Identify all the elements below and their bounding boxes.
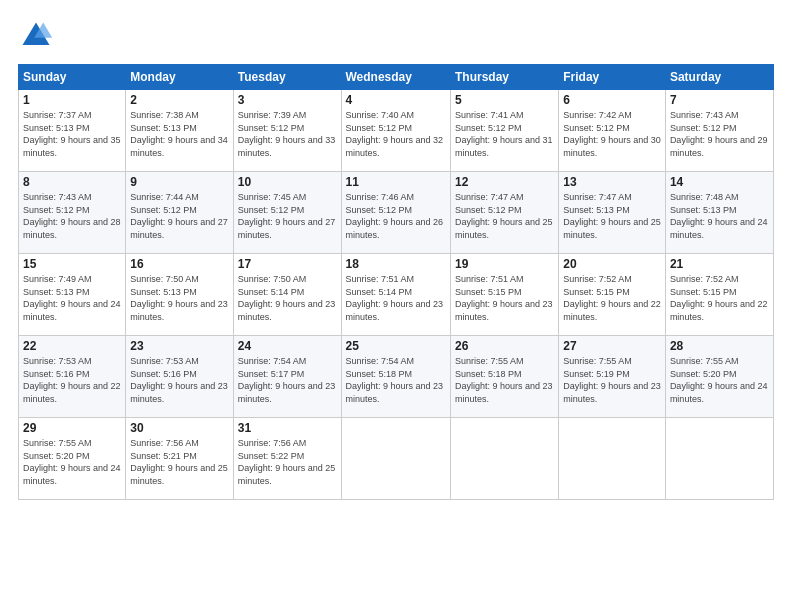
calendar-cell: 11 Sunrise: 7:46 AMSunset: 5:12 PMDaylig… — [341, 172, 450, 254]
day-number: 22 — [23, 339, 121, 353]
calendar-cell: 3 Sunrise: 7:39 AMSunset: 5:12 PMDayligh… — [233, 90, 341, 172]
calendar-cell: 14 Sunrise: 7:48 AMSunset: 5:13 PMDaylig… — [665, 172, 773, 254]
header — [18, 18, 774, 54]
day-info: Sunrise: 7:39 AMSunset: 5:12 PMDaylight:… — [238, 110, 336, 158]
day-number: 25 — [346, 339, 446, 353]
header-day-wednesday: Wednesday — [341, 65, 450, 90]
day-number: 29 — [23, 421, 121, 435]
calendar-cell: 9 Sunrise: 7:44 AMSunset: 5:12 PMDayligh… — [126, 172, 233, 254]
day-number: 14 — [670, 175, 769, 189]
header-row: SundayMondayTuesdayWednesdayThursdayFrid… — [19, 65, 774, 90]
calendar-cell: 15 Sunrise: 7:49 AMSunset: 5:13 PMDaylig… — [19, 254, 126, 336]
day-number: 10 — [238, 175, 337, 189]
header-day-monday: Monday — [126, 65, 233, 90]
day-info: Sunrise: 7:37 AMSunset: 5:13 PMDaylight:… — [23, 110, 121, 158]
day-info: Sunrise: 7:51 AMSunset: 5:15 PMDaylight:… — [455, 274, 553, 322]
day-number: 6 — [563, 93, 661, 107]
calendar-cell: 12 Sunrise: 7:47 AMSunset: 5:12 PMDaylig… — [450, 172, 558, 254]
day-info: Sunrise: 7:41 AMSunset: 5:12 PMDaylight:… — [455, 110, 553, 158]
day-number: 18 — [346, 257, 446, 271]
header-day-thursday: Thursday — [450, 65, 558, 90]
day-number: 5 — [455, 93, 554, 107]
day-number: 12 — [455, 175, 554, 189]
day-number: 23 — [130, 339, 228, 353]
day-info: Sunrise: 7:50 AMSunset: 5:14 PMDaylight:… — [238, 274, 336, 322]
calendar-cell: 5 Sunrise: 7:41 AMSunset: 5:12 PMDayligh… — [450, 90, 558, 172]
day-number: 11 — [346, 175, 446, 189]
day-number: 28 — [670, 339, 769, 353]
calendar-cell: 23 Sunrise: 7:53 AMSunset: 5:16 PMDaylig… — [126, 336, 233, 418]
day-number: 24 — [238, 339, 337, 353]
day-info: Sunrise: 7:52 AMSunset: 5:15 PMDaylight:… — [563, 274, 661, 322]
day-info: Sunrise: 7:43 AMSunset: 5:12 PMDaylight:… — [670, 110, 768, 158]
calendar-cell — [665, 418, 773, 500]
calendar-week-0: 1 Sunrise: 7:37 AMSunset: 5:13 PMDayligh… — [19, 90, 774, 172]
calendar-cell — [559, 418, 666, 500]
calendar-cell: 30 Sunrise: 7:56 AMSunset: 5:21 PMDaylig… — [126, 418, 233, 500]
calendar-cell: 18 Sunrise: 7:51 AMSunset: 5:14 PMDaylig… — [341, 254, 450, 336]
day-info: Sunrise: 7:50 AMSunset: 5:13 PMDaylight:… — [130, 274, 228, 322]
calendar-cell: 24 Sunrise: 7:54 AMSunset: 5:17 PMDaylig… — [233, 336, 341, 418]
day-number: 21 — [670, 257, 769, 271]
day-info: Sunrise: 7:49 AMSunset: 5:13 PMDaylight:… — [23, 274, 121, 322]
day-info: Sunrise: 7:55 AMSunset: 5:20 PMDaylight:… — [670, 356, 768, 404]
calendar-cell: 7 Sunrise: 7:43 AMSunset: 5:12 PMDayligh… — [665, 90, 773, 172]
calendar-week-3: 22 Sunrise: 7:53 AMSunset: 5:16 PMDaylig… — [19, 336, 774, 418]
calendar-cell: 26 Sunrise: 7:55 AMSunset: 5:18 PMDaylig… — [450, 336, 558, 418]
day-number: 13 — [563, 175, 661, 189]
calendar-cell: 1 Sunrise: 7:37 AMSunset: 5:13 PMDayligh… — [19, 90, 126, 172]
day-number: 4 — [346, 93, 446, 107]
day-number: 16 — [130, 257, 228, 271]
day-info: Sunrise: 7:55 AMSunset: 5:19 PMDaylight:… — [563, 356, 661, 404]
day-info: Sunrise: 7:47 AMSunset: 5:12 PMDaylight:… — [455, 192, 553, 240]
calendar-cell: 28 Sunrise: 7:55 AMSunset: 5:20 PMDaylig… — [665, 336, 773, 418]
header-day-saturday: Saturday — [665, 65, 773, 90]
calendar-cell — [341, 418, 450, 500]
day-number: 9 — [130, 175, 228, 189]
day-number: 20 — [563, 257, 661, 271]
calendar-cell — [450, 418, 558, 500]
day-info: Sunrise: 7:40 AMSunset: 5:12 PMDaylight:… — [346, 110, 444, 158]
day-info: Sunrise: 7:55 AMSunset: 5:18 PMDaylight:… — [455, 356, 553, 404]
calendar-cell: 16 Sunrise: 7:50 AMSunset: 5:13 PMDaylig… — [126, 254, 233, 336]
day-info: Sunrise: 7:55 AMSunset: 5:20 PMDaylight:… — [23, 438, 121, 486]
day-info: Sunrise: 7:54 AMSunset: 5:18 PMDaylight:… — [346, 356, 444, 404]
day-number: 7 — [670, 93, 769, 107]
day-number: 31 — [238, 421, 337, 435]
logo-icon — [18, 18, 54, 54]
calendar-cell: 21 Sunrise: 7:52 AMSunset: 5:15 PMDaylig… — [665, 254, 773, 336]
calendar-cell: 10 Sunrise: 7:45 AMSunset: 5:12 PMDaylig… — [233, 172, 341, 254]
day-info: Sunrise: 7:52 AMSunset: 5:15 PMDaylight:… — [670, 274, 768, 322]
day-number: 8 — [23, 175, 121, 189]
day-number: 27 — [563, 339, 661, 353]
day-info: Sunrise: 7:44 AMSunset: 5:12 PMDaylight:… — [130, 192, 228, 240]
day-number: 19 — [455, 257, 554, 271]
calendar-week-4: 29 Sunrise: 7:55 AMSunset: 5:20 PMDaylig… — [19, 418, 774, 500]
calendar-cell: 13 Sunrise: 7:47 AMSunset: 5:13 PMDaylig… — [559, 172, 666, 254]
day-number: 26 — [455, 339, 554, 353]
day-info: Sunrise: 7:46 AMSunset: 5:12 PMDaylight:… — [346, 192, 444, 240]
header-day-sunday: Sunday — [19, 65, 126, 90]
day-info: Sunrise: 7:54 AMSunset: 5:17 PMDaylight:… — [238, 356, 336, 404]
calendar-cell: 31 Sunrise: 7:56 AMSunset: 5:22 PMDaylig… — [233, 418, 341, 500]
calendar-week-2: 15 Sunrise: 7:49 AMSunset: 5:13 PMDaylig… — [19, 254, 774, 336]
calendar-cell: 6 Sunrise: 7:42 AMSunset: 5:12 PMDayligh… — [559, 90, 666, 172]
day-info: Sunrise: 7:43 AMSunset: 5:12 PMDaylight:… — [23, 192, 121, 240]
day-info: Sunrise: 7:42 AMSunset: 5:12 PMDaylight:… — [563, 110, 661, 158]
calendar-cell: 22 Sunrise: 7:53 AMSunset: 5:16 PMDaylig… — [19, 336, 126, 418]
calendar-cell: 19 Sunrise: 7:51 AMSunset: 5:15 PMDaylig… — [450, 254, 558, 336]
calendar-table: SundayMondayTuesdayWednesdayThursdayFrid… — [18, 64, 774, 500]
header-day-tuesday: Tuesday — [233, 65, 341, 90]
day-info: Sunrise: 7:47 AMSunset: 5:13 PMDaylight:… — [563, 192, 661, 240]
logo — [18, 18, 58, 54]
day-number: 3 — [238, 93, 337, 107]
calendar-cell: 20 Sunrise: 7:52 AMSunset: 5:15 PMDaylig… — [559, 254, 666, 336]
calendar-cell: 25 Sunrise: 7:54 AMSunset: 5:18 PMDaylig… — [341, 336, 450, 418]
day-number: 2 — [130, 93, 228, 107]
page: SundayMondayTuesdayWednesdayThursdayFrid… — [0, 0, 792, 612]
calendar-cell: 27 Sunrise: 7:55 AMSunset: 5:19 PMDaylig… — [559, 336, 666, 418]
day-info: Sunrise: 7:38 AMSunset: 5:13 PMDaylight:… — [130, 110, 228, 158]
calendar-cell: 29 Sunrise: 7:55 AMSunset: 5:20 PMDaylig… — [19, 418, 126, 500]
day-info: Sunrise: 7:45 AMSunset: 5:12 PMDaylight:… — [238, 192, 336, 240]
calendar-cell: 17 Sunrise: 7:50 AMSunset: 5:14 PMDaylig… — [233, 254, 341, 336]
